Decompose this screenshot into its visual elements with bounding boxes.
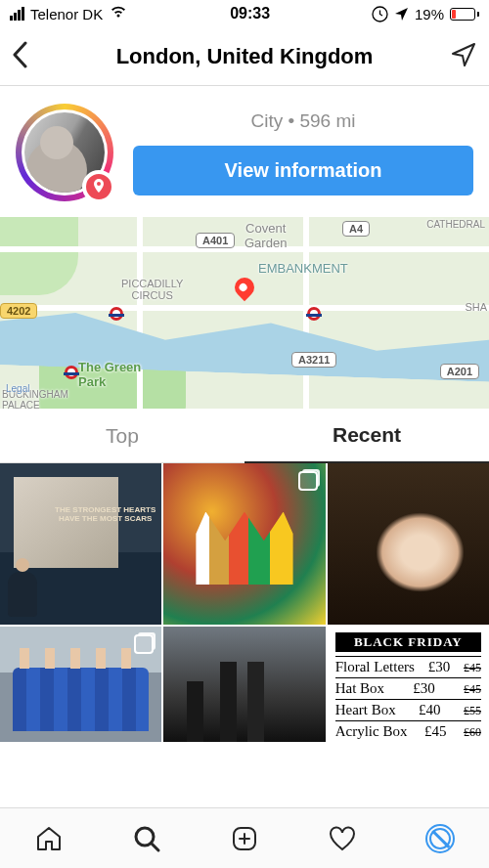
clock: 09:33	[230, 5, 270, 22]
map-label-cathedral: CATHEDRAL	[426, 219, 485, 230]
map-label-embankment: EMBANKMENT	[258, 261, 348, 276]
bottom-nav	[0, 807, 489, 868]
post-cell[interactable]	[328, 463, 489, 625]
location-arrow-icon	[394, 7, 409, 22]
nav-new-post[interactable]	[229, 823, 260, 854]
post-cell[interactable]	[163, 463, 325, 625]
map-label-greenpark: The Green Park	[78, 360, 141, 389]
location-block: City • 596 mi View information	[0, 86, 489, 217]
road-shield-a3211: A3211	[291, 352, 336, 368]
map-label-sha: SHA	[465, 301, 487, 313]
post-caption: THE STRONGEST HEARTS HAVE THE MOST SCARS	[49, 506, 161, 524]
road-shield-a4: A4	[342, 221, 370, 237]
tab-recent[interactable]: Recent	[244, 409, 489, 463]
nav-activity[interactable]	[327, 823, 358, 854]
rotation-lock-icon	[372, 6, 388, 22]
map-center-pin	[235, 278, 254, 297]
post-cell[interactable]: THE STRONGEST HEARTS HAVE THE MOST SCARS	[0, 463, 161, 625]
map[interactable]: Covent Garden EMBANKMENT PICCADILLY CIRC…	[0, 217, 489, 409]
road-shield-a401: A401	[196, 233, 235, 248]
carrier-label: Telenor DK	[30, 6, 103, 22]
wifi-icon	[109, 4, 128, 23]
battery-pct: 19%	[415, 6, 444, 22]
road-shield-a4202: 4202	[0, 303, 37, 319]
map-label-piccadilly: PICCADILLY CIRCUS	[121, 278, 183, 301]
post-cell[interactable]	[0, 627, 161, 742]
page-title: London, United Kingdom	[47, 44, 442, 69]
nav-home[interactable]	[33, 823, 65, 854]
battery-icon	[450, 8, 479, 21]
post-banner: BLACK FRIDAY	[335, 632, 481, 652]
nav-search[interactable]	[131, 823, 162, 854]
location-pin-badge	[82, 170, 115, 203]
location-meta: City • 596 mi	[133, 110, 473, 132]
tab-top[interactable]: Top	[0, 409, 244, 462]
view-information-button[interactable]: View information	[133, 146, 473, 195]
tube-icon	[307, 307, 321, 321]
carousel-icon	[298, 471, 318, 491]
post-cell[interactable]	[163, 627, 325, 742]
nav-header: London, United Kingdom	[0, 27, 489, 86]
map-label-covent: Covent Garden	[244, 221, 287, 250]
post-grid: THE STRONGEST HEARTS HAVE THE MOST SCARS…	[0, 463, 489, 742]
share-button[interactable]	[442, 41, 477, 72]
post-cell[interactable]: BLACK FRIDAY Floral Letters £30£45 Hat B…	[328, 627, 489, 742]
tube-icon	[65, 366, 78, 379]
map-label-legal: Legal	[6, 383, 29, 394]
status-bar: Telenor DK 09:33 19%	[0, 0, 489, 27]
carousel-icon	[134, 634, 154, 654]
back-button[interactable]	[12, 41, 47, 72]
tube-icon	[110, 307, 123, 321]
feed-tabs: Top Recent	[0, 409, 489, 463]
svg-line-2	[152, 844, 158, 850]
location-story-ring[interactable]	[16, 104, 113, 201]
nav-profile[interactable]	[424, 823, 456, 854]
road-shield-a201: A201	[440, 364, 479, 379]
signal-icon	[10, 7, 24, 21]
